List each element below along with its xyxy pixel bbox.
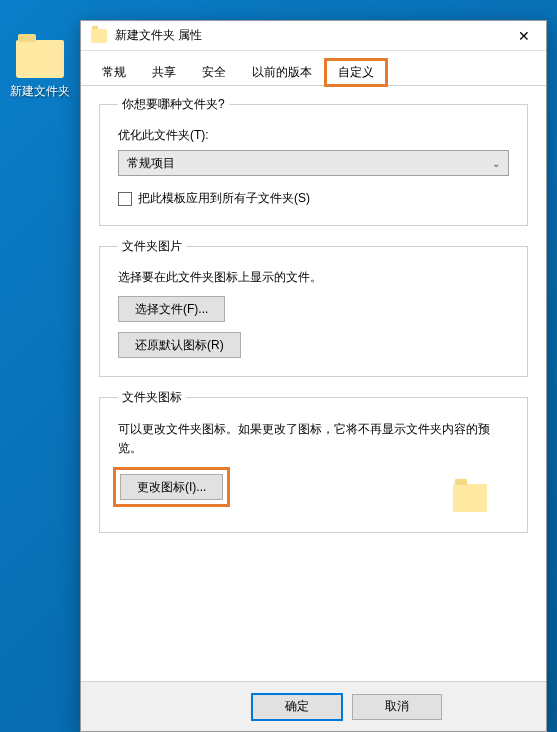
optimize-dropdown-value: 常规项目 [127, 155, 175, 172]
apply-template-label: 把此模板应用到所有子文件夹(S) [138, 190, 310, 207]
tab-sharing[interactable]: 共享 [139, 59, 189, 85]
tab-security[interactable]: 安全 [189, 59, 239, 85]
desktop-folder-label: 新建文件夹 [5, 83, 75, 100]
optimize-dropdown[interactable]: 常规项目 ⌄ [118, 150, 509, 176]
folder-icon-desc: 可以更改文件夹图标。如果更改了图标，它将不再显示文件夹内容的预览。 [118, 420, 509, 458]
properties-dialog: 新建文件夹 属性 ✕ 常规 共享 安全 以前的版本 自定义 你想要哪种文件夹? … [80, 20, 547, 732]
dialog-footer: 确定 取消 [81, 681, 546, 731]
folder-picture-legend: 文件夹图片 [118, 238, 186, 255]
tab-customize[interactable]: 自定义 [325, 59, 387, 86]
tab-previous-versions[interactable]: 以前的版本 [239, 59, 325, 85]
folder-icon [16, 40, 64, 78]
chevron-down-icon: ⌄ [492, 158, 500, 169]
folder-type-group: 你想要哪种文件夹? 优化此文件夹(T): 常规项目 ⌄ 把此模板应用到所有子文件… [99, 96, 528, 226]
apply-template-checkbox[interactable] [118, 192, 132, 206]
titlebar: 新建文件夹 属性 ✕ [81, 21, 546, 51]
folder-icon-legend: 文件夹图标 [118, 389, 186, 406]
restore-default-button[interactable]: 还原默认图标(R) [118, 332, 241, 358]
folder-picture-desc: 选择要在此文件夹图标上显示的文件。 [118, 269, 509, 286]
apply-template-row: 把此模板应用到所有子文件夹(S) [118, 190, 509, 207]
cancel-button[interactable]: 取消 [352, 694, 442, 720]
tab-content: 你想要哪种文件夹? 优化此文件夹(T): 常规项目 ⌄ 把此模板应用到所有子文件… [81, 86, 546, 555]
ok-button[interactable]: 确定 [252, 694, 342, 720]
title-folder-icon [91, 29, 107, 43]
folder-icon-group: 文件夹图标 可以更改文件夹图标。如果更改了图标，它将不再显示文件夹内容的预览。 … [99, 389, 528, 533]
desktop-folder-icon[interactable]: 新建文件夹 [5, 40, 75, 100]
change-icon-button[interactable]: 更改图标(I)... [120, 474, 223, 500]
optimize-label: 优化此文件夹(T): [118, 127, 509, 144]
choose-file-button[interactable]: 选择文件(F)... [118, 296, 225, 322]
close-button[interactable]: ✕ [501, 21, 546, 51]
folder-picture-group: 文件夹图片 选择要在此文件夹图标上显示的文件。 选择文件(F)... 还原默认图… [99, 238, 528, 377]
change-icon-highlight: 更改图标(I)... [118, 472, 225, 502]
folder-icon-preview [453, 484, 487, 512]
folder-type-legend: 你想要哪种文件夹? [118, 96, 229, 113]
dialog-title: 新建文件夹 属性 [115, 27, 501, 44]
tab-general[interactable]: 常规 [89, 59, 139, 85]
tab-bar: 常规 共享 安全 以前的版本 自定义 [81, 51, 546, 86]
